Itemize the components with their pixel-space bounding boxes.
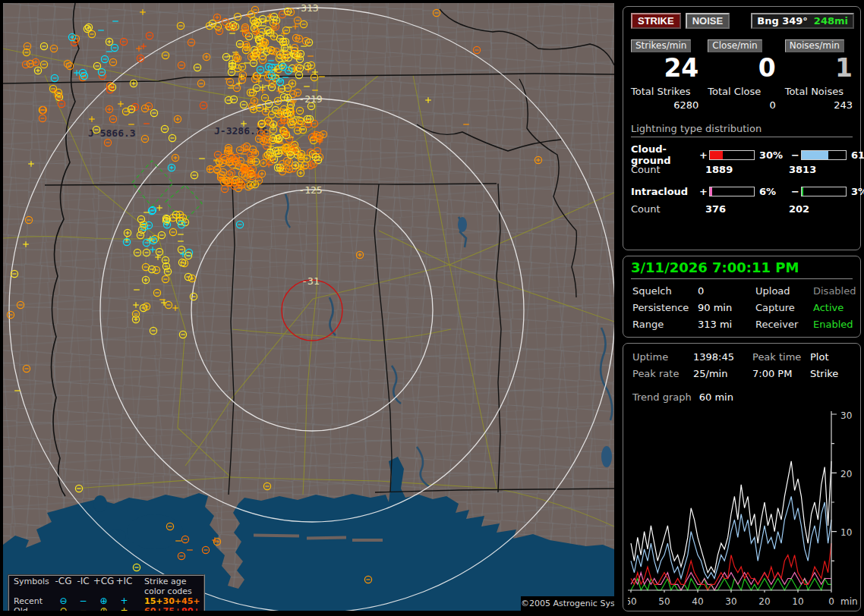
cg-negative-bar <box>801 150 847 160</box>
ic-count-row: Count 376 202 <box>631 200 853 218</box>
total-noises-label: Total Noises <box>785 86 853 97</box>
ring-label-31: -31 <box>301 275 319 287</box>
lake <box>458 217 467 232</box>
stats-panel: STRIKE NOISE Bng 349° 248mi Strikes/min … <box>623 6 861 250</box>
total-strikes-value: 6280 <box>631 99 698 111</box>
peak-time-value: 7:00 PM <box>752 368 810 379</box>
strike-view-button[interactable]: STRIKE <box>631 13 681 29</box>
cg-positive-bar <box>709 150 755 160</box>
cg-negative-count: 3813 <box>789 164 853 175</box>
count-label: Count <box>631 164 705 175</box>
legend-col-neg-cg: -CG <box>53 577 74 596</box>
trend-series-line <box>631 496 831 578</box>
age-code-90: 90+ <box>181 606 200 611</box>
legend-symbols-header: Symbols <box>14 577 53 596</box>
x-tick-60: 60 <box>628 596 637 607</box>
x-unit-label: min <box>840 596 857 607</box>
noise-view-button[interactable]: NOISE <box>686 13 730 29</box>
peak-time-label: Peak time <box>752 351 810 363</box>
map-canvas: -31 -125 -219 -313 J-5866.3 J-3286.15 <box>3 3 614 611</box>
y-tick-20: 20 <box>840 469 852 479</box>
cloud-ground-label: Cloud-ground <box>631 143 699 166</box>
age-code-30: 30+ <box>163 596 182 606</box>
intracloud-label: Intracloud <box>631 186 699 197</box>
status-panel: 3/11/2026 7:00:11 PM Squelch 0 Upload Di… <box>623 256 861 338</box>
lake <box>601 446 612 467</box>
x-tick-30: 30 <box>725 596 736 607</box>
circle-plus-icon: ⊕ <box>93 606 115 611</box>
age-code-45: 45+ <box>181 596 200 606</box>
squelch-value: 0 <box>698 285 755 297</box>
minus-icon: − <box>74 606 93 611</box>
noises-per-min-badge[interactable]: Noises/min <box>785 39 844 52</box>
x-tick-40: 40 <box>692 596 703 607</box>
range-value: 313 mi <box>698 319 755 330</box>
ic-negative-bar <box>801 187 847 196</box>
bearing-value: Bng 349° <box>757 14 808 27</box>
x-tick-0: 0 <box>828 596 834 607</box>
ring-label-313: -313 <box>295 3 318 14</box>
strikes-per-min-badge[interactable]: Strikes/min <box>631 39 691 52</box>
legend-col-pos-ic: +IC <box>115 577 134 596</box>
trend-window-value: 60 min <box>699 391 733 403</box>
noises-counter: Noises/min 1 Total Noises 243 <box>785 39 853 111</box>
distribution-title: Lightning type distribution <box>631 123 853 137</box>
plus-sign: + <box>699 149 709 161</box>
capture-status: Active <box>813 302 856 313</box>
y-tick-30: 30 <box>840 410 852 421</box>
cg-positive-count: 1889 <box>705 164 789 175</box>
trend-panel: Uptime 1398:45 Peak time Plot Peak rate … <box>623 343 861 611</box>
total-close-label: Total Close <box>708 86 775 97</box>
plus-sign: + <box>699 186 709 197</box>
receiver-label: Receiver <box>755 319 813 330</box>
persistence-label: Persistence <box>632 302 698 313</box>
age-code-60: 60+ <box>144 606 163 611</box>
upload-status: Disabled <box>813 285 856 297</box>
squelch-label: Squelch <box>632 285 698 297</box>
range-label: Range <box>632 319 698 330</box>
bearing-distance: 248mi <box>814 14 848 27</box>
circle-minus-icon: ⊖ <box>53 606 74 611</box>
legend-old-label: Old <box>14 606 53 611</box>
ic-positive-bar <box>709 187 755 196</box>
legend-col-pos-cg: +CG <box>93 577 115 596</box>
peak-rate-value: 25/min <box>693 368 752 379</box>
app-window: -31 -125 -219 -313 J-5866.3 J-3286.15 Sy… <box>0 0 864 616</box>
trend-chart: 10 20 30 60 50 40 30 20 10 0 min <box>628 410 857 608</box>
age-code-15: 15+ <box>144 596 163 606</box>
peak-rate-label: Peak rate <box>632 368 693 379</box>
receiver-status: Enabled <box>813 319 856 330</box>
noises-rate: 1 <box>785 54 853 83</box>
legend-age-header: Strike age color codes <box>134 577 208 596</box>
cg-negative-pct: 61% <box>848 149 864 161</box>
cg-count-row: Count 1889 3813 <box>631 160 853 178</box>
ic-negative-count: 202 <box>789 203 853 215</box>
type-distribution: Lightning type distribution Cloud-ground… <box>631 123 853 218</box>
persistence-value: 90 min <box>698 302 755 313</box>
strikes-counter: Strikes/min 24 Total Strikes 6280 <box>631 39 698 111</box>
close-rate: 0 <box>708 54 775 83</box>
ic-negative-pct: 3% <box>848 186 864 197</box>
capture-label: Capture <box>755 302 813 313</box>
close-per-min-badge[interactable]: Close/min <box>708 39 762 52</box>
map-legend: Symbols -CG -IC +CG +IC Strike age color… <box>8 574 205 611</box>
minus-sign: − <box>791 149 801 161</box>
y-tick-10: 10 <box>840 527 852 538</box>
datetime-display: 3/11/2026 7:00:11 PM <box>631 259 853 279</box>
trend-graph-label: Trend graph <box>632 391 692 403</box>
upload-label: Upload <box>755 285 813 297</box>
total-noises-value: 243 <box>785 99 853 111</box>
uptime-value: 1398:45 <box>693 351 752 363</box>
intracloud-row: Intracloud + 6% − 3% <box>631 183 853 200</box>
count-label: Count <box>631 203 705 215</box>
plot-label: Plot <box>810 351 853 363</box>
lightning-map[interactable]: -31 -125 -219 -313 J-5866.3 J-3286.15 Sy… <box>3 3 614 611</box>
total-strikes-label: Total Strikes <box>631 86 698 97</box>
x-tick-50: 50 <box>658 596 670 607</box>
bearing-display: Bng 349° 248mi <box>751 13 854 29</box>
ic-positive-count: 376 <box>705 203 789 215</box>
minus-sign: − <box>791 186 801 197</box>
total-close-value: 0 <box>708 99 775 111</box>
ring-label-125: -125 <box>298 184 322 196</box>
x-tick-10: 10 <box>792 596 803 607</box>
